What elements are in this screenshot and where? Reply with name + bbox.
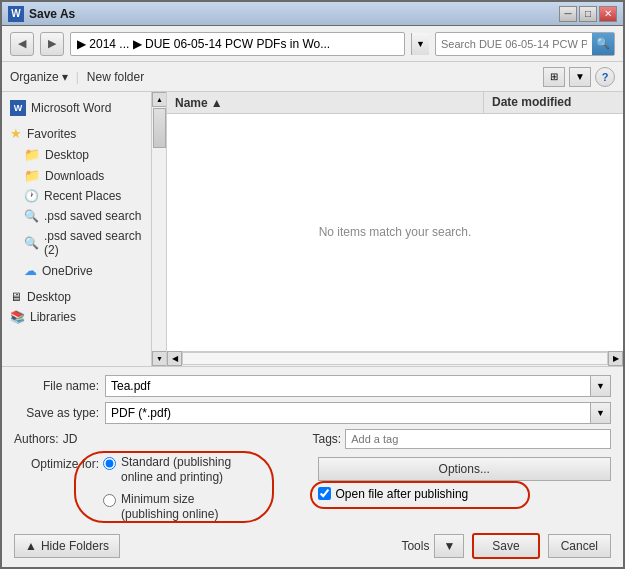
view-button[interactable]: ⊞ — [543, 67, 565, 87]
scroll-right-button[interactable]: ▶ — [608, 351, 623, 366]
organize-toolbar: Organize ▾ | New folder ⊞ ▼ ? — [2, 62, 623, 92]
sidebar-item-microsoft-word[interactable]: W Microsoft Word — [2, 97, 150, 119]
save-as-dialog: W Save As ─ □ ✕ ◀ ▶ ▶ 2014 ... ▶ DUE 06-… — [0, 0, 625, 569]
search-bar: 🔍 — [435, 32, 615, 56]
back-button[interactable]: ◀ — [10, 32, 34, 56]
minimum-radio-label[interactable]: Minimum size (publishing online) — [103, 492, 231, 523]
psd-icon: 🔍 — [24, 209, 39, 223]
optimize-for-row: Optimize for: Standard (publishing onlin… — [14, 455, 308, 523]
standard-radio-label[interactable]: Standard (publishing online and printing… — [103, 455, 231, 486]
app-icon: W — [8, 6, 24, 22]
scroll-left-button[interactable]: ◀ — [167, 351, 182, 366]
sidebar-item-recent-places[interactable]: 🕐 Recent Places — [2, 186, 150, 206]
sidebar-item-downloads[interactable]: 📁 Downloads — [2, 165, 150, 186]
sidebar-favorites-label: Favorites — [27, 127, 76, 141]
filename-group: ▼ — [105, 375, 611, 397]
help-button[interactable]: ? — [595, 67, 615, 87]
filename-dropdown[interactable]: ▼ — [591, 375, 611, 397]
h-scroll-track[interactable] — [182, 352, 608, 365]
sidebar-item-desktop2[interactable]: 🖥 Desktop — [2, 287, 150, 307]
file-area: Name ▲ Date modified No items match your… — [167, 92, 623, 366]
column-date[interactable]: Date modified — [483, 92, 623, 113]
meta-row: Authors: JD Tags: — [14, 429, 611, 449]
tags-input[interactable] — [345, 429, 611, 449]
form-area: File name: ▼ Save as type: ▼ Authors: JD… — [2, 366, 623, 567]
optimize-left: Optimize for: Standard (publishing onlin… — [14, 455, 308, 527]
scroll-track[interactable] — [152, 107, 166, 351]
sidebar-item-libraries[interactable]: 📚 Libraries — [2, 307, 150, 327]
sidebar-desktop2-label: Desktop — [27, 290, 71, 304]
star-icon: ★ — [10, 126, 22, 141]
word-icon: W — [10, 100, 26, 116]
view-options: ⊞ ▼ ? — [543, 67, 615, 87]
tags-area: Tags: — [313, 429, 612, 449]
sidebar-recent-label: Recent Places — [44, 189, 121, 203]
save-button[interactable]: Save — [472, 533, 539, 559]
recent-places-icon: 🕐 — [24, 189, 39, 203]
scroll-up-button[interactable]: ▲ — [152, 92, 167, 107]
maximize-button[interactable]: □ — [579, 6, 597, 22]
search-input[interactable] — [436, 38, 592, 50]
savetype-dropdown[interactable]: ▼ — [591, 402, 611, 424]
optimize-options-row: Optimize for: Standard (publishing onlin… — [14, 455, 611, 527]
navigation-toolbar: ◀ ▶ ▶ 2014 ... ▶ DUE 06-05-14 PCW PDFs i… — [2, 26, 623, 62]
minimize-button[interactable]: ─ — [559, 6, 577, 22]
search-button[interactable]: 🔍 — [592, 33, 614, 55]
hide-folders-label: Hide Folders — [41, 539, 109, 553]
sidebar: W Microsoft Word ★ Favorites 📁 Desktop 📁… — [2, 92, 167, 366]
breadcrumb-dropdown[interactable]: ▼ — [411, 33, 429, 55]
title-bar: W Save As ─ □ ✕ — [2, 2, 623, 26]
sidebar-psd2-label: .psd saved search (2) — [44, 229, 142, 257]
main-content: W Microsoft Word ★ Favorites 📁 Desktop 📁… — [2, 92, 623, 366]
options-right: Options... Open file after publishing — [318, 455, 612, 527]
authors-label: Authors: — [14, 432, 59, 446]
column-name[interactable]: Name ▲ — [167, 92, 483, 113]
sidebar-psd-label: .psd saved search — [44, 209, 141, 223]
open-after-checkbox-label[interactable]: Open file after publishing — [318, 487, 612, 501]
desktop2-folder-icon: 🖥 — [10, 290, 22, 304]
sidebar-scrollbar[interactable]: ▲ ▼ — [151, 92, 166, 366]
sidebar-downloads-label: Downloads — [45, 169, 104, 183]
options-button[interactable]: Options... — [318, 457, 612, 481]
open-after-label: Open file after publishing — [336, 487, 469, 501]
hide-folders-button[interactable]: ▲ Hide Folders — [14, 534, 120, 558]
sidebar-item-psd-search2[interactable]: 🔍 .psd saved search (2) — [2, 226, 150, 260]
sidebar-item-favorites[interactable]: ★ Favorites — [2, 123, 150, 144]
file-list-header: Name ▲ Date modified — [167, 92, 623, 114]
sidebar-item-onedrive[interactable]: ☁ OneDrive — [2, 260, 150, 281]
window-controls: ─ □ ✕ — [559, 6, 617, 22]
standard-radio[interactable] — [103, 457, 116, 470]
organize-dropdown-icon: ▾ — [62, 70, 68, 84]
view-dropdown-button[interactable]: ▼ — [569, 67, 591, 87]
cancel-button[interactable]: Cancel — [548, 534, 611, 558]
filename-label: File name: — [14, 379, 99, 393]
close-button[interactable]: ✕ — [599, 6, 617, 22]
savetype-input[interactable] — [105, 402, 591, 424]
action-row: ▲ Hide Folders Tools ▼ Save Cancel — [14, 533, 611, 559]
separator: | — [76, 70, 79, 84]
empty-message: No items match your search. — [319, 225, 472, 239]
minimum-radio[interactable] — [103, 494, 116, 507]
open-after-checkbox[interactable] — [318, 487, 331, 500]
sidebar-word-label: Microsoft Word — [31, 101, 111, 115]
filename-input[interactable] — [105, 375, 591, 397]
minimum-radio-text: Minimum size (publishing online) — [121, 492, 218, 523]
organize-label: Organize — [10, 70, 59, 84]
optimize-for-label: Optimize for: — [14, 455, 99, 471]
breadcrumb-bar[interactable]: ▶ 2014 ... ▶ DUE 06-05-14 PCW PDFs in Wo… — [70, 32, 405, 56]
authors-value: JD — [63, 432, 78, 446]
standard-radio-text: Standard (publishing online and printing… — [121, 455, 231, 486]
forward-button[interactable]: ▶ — [40, 32, 64, 56]
sidebar-item-psd-search[interactable]: 🔍 .psd saved search — [2, 206, 150, 226]
scroll-thumb[interactable] — [153, 108, 166, 148]
sidebar-item-desktop[interactable]: 📁 Desktop — [2, 144, 150, 165]
savetype-label: Save as type: — [14, 406, 99, 420]
filename-row: File name: ▼ — [14, 375, 611, 397]
organize-button[interactable]: Organize ▾ — [10, 70, 68, 84]
tags-label: Tags: — [313, 432, 342, 446]
new-folder-button[interactable]: New folder — [87, 70, 144, 84]
authors-area: Authors: JD — [14, 432, 313, 446]
tools-dropdown-button[interactable]: ▼ — [434, 534, 464, 558]
horizontal-scrollbar[interactable]: ◀ ▶ — [167, 351, 623, 366]
scroll-down-button[interactable]: ▼ — [152, 351, 167, 366]
